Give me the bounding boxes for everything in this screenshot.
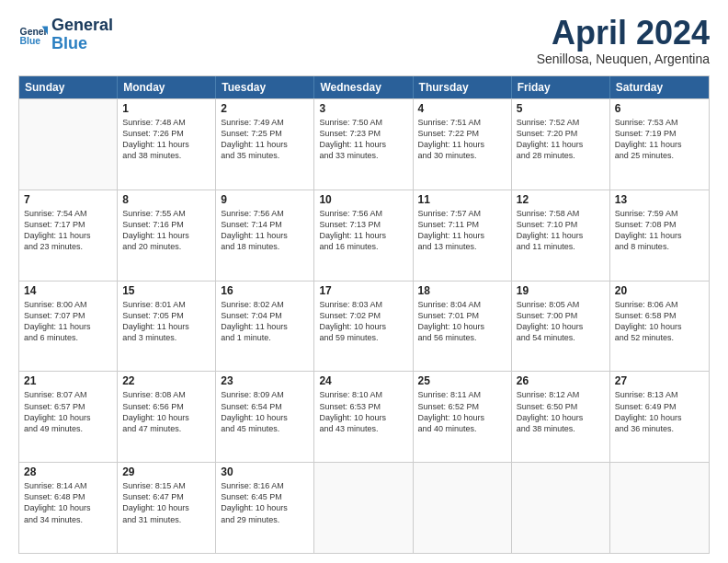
day-info: Sunrise: 8:01 AMSunset: 7:05 PMDaylight:… [122,299,210,344]
day-number: 14 [24,284,112,297]
day-number: 1 [122,102,210,115]
cal-cell-4-4 [414,463,512,553]
day-number: 28 [24,465,112,478]
day-info: Sunrise: 8:08 AMSunset: 6:56 PMDaylight:… [122,389,210,434]
day-number: 29 [122,465,210,478]
day-number: 19 [517,284,605,297]
day-number: 18 [418,284,506,297]
day-number: 25 [418,374,506,387]
cal-cell-1-4: 11Sunrise: 7:57 AMSunset: 7:11 PMDayligh… [414,190,512,281]
day-info: Sunrise: 7:59 AMSunset: 7:08 PMDaylight:… [615,208,704,253]
day-info: Sunrise: 7:52 AMSunset: 7:20 PMDaylight:… [517,117,605,162]
cal-cell-3-6: 27Sunrise: 8:13 AMSunset: 6:49 PMDayligh… [610,372,709,462]
day-number: 27 [615,374,704,387]
day-number: 16 [221,284,309,297]
day-info: Sunrise: 7:56 AMSunset: 7:14 PMDaylight:… [221,208,309,253]
day-info: Sunrise: 7:48 AMSunset: 7:26 PMDaylight:… [122,117,210,162]
day-info: Sunrise: 7:49 AMSunset: 7:25 PMDaylight:… [221,117,309,162]
cal-cell-3-4: 25Sunrise: 8:11 AMSunset: 6:52 PMDayligh… [414,372,512,462]
title-area: April 2024 Senillosa, Neuquen, Argentina [537,17,710,66]
day-info: Sunrise: 8:09 AMSunset: 6:54 PMDaylight:… [221,389,309,434]
logo: General Blue General Blue [18,17,113,53]
cal-cell-0-1: 1Sunrise: 7:48 AMSunset: 7:26 PMDaylight… [118,99,216,190]
cal-cell-3-0: 21Sunrise: 8:07 AMSunset: 6:57 PMDayligh… [19,372,118,462]
cal-cell-1-2: 9Sunrise: 7:56 AMSunset: 7:14 PMDaylight… [216,190,314,281]
day-number: 8 [122,193,210,206]
cal-cell-0-6: 6Sunrise: 7:53 AMSunset: 7:19 PMDaylight… [610,99,709,190]
cal-cell-3-2: 23Sunrise: 8:09 AMSunset: 6:54 PMDayligh… [216,372,314,462]
cal-cell-0-4: 4Sunrise: 7:51 AMSunset: 7:22 PMDaylight… [414,99,512,190]
day-info: Sunrise: 7:56 AMSunset: 7:13 PMDaylight:… [319,208,407,253]
header-day-sunday: Sunday [19,76,118,98]
svg-text:Blue: Blue [20,36,41,46]
day-number: 21 [24,374,112,387]
month-title: April 2024 [537,17,710,50]
header-day-tuesday: Tuesday [216,76,314,98]
day-info: Sunrise: 8:15 AMSunset: 6:47 PMDaylight:… [122,480,210,525]
header-day-thursday: Thursday [414,76,512,98]
page: General Blue General Blue April 2024 Sen… [0,0,728,563]
day-info: Sunrise: 8:11 AMSunset: 6:52 PMDaylight:… [418,389,506,434]
day-number: 5 [517,102,605,115]
cal-cell-4-5 [512,463,610,553]
day-info: Sunrise: 8:06 AMSunset: 6:58 PMDaylight:… [615,299,704,344]
cal-cell-0-3: 3Sunrise: 7:50 AMSunset: 7:23 PMDaylight… [314,99,413,190]
subtitle: Senillosa, Neuquen, Argentina [537,52,710,66]
cal-cell-0-5: 5Sunrise: 7:52 AMSunset: 7:20 PMDaylight… [512,99,610,190]
logo-icon: General Blue [18,20,48,50]
week-row-1: 7Sunrise: 7:54 AMSunset: 7:17 PMDaylight… [19,190,709,281]
day-info: Sunrise: 8:10 AMSunset: 6:53 PMDaylight:… [319,389,407,434]
header-day-friday: Friday [512,76,610,98]
header: General Blue General Blue April 2024 Sen… [18,17,710,66]
day-number: 15 [122,284,210,297]
cal-cell-4-1: 29Sunrise: 8:15 AMSunset: 6:47 PMDayligh… [118,463,216,553]
calendar: SundayMondayTuesdayWednesdayThursdayFrid… [18,75,710,554]
week-row-2: 14Sunrise: 8:00 AMSunset: 7:07 PMDayligh… [19,281,709,372]
day-info: Sunrise: 8:07 AMSunset: 6:57 PMDaylight:… [24,389,112,434]
day-number: 24 [319,374,407,387]
header-day-monday: Monday [118,76,216,98]
day-info: Sunrise: 8:00 AMSunset: 7:07 PMDaylight:… [24,299,112,344]
cal-cell-2-3: 17Sunrise: 8:03 AMSunset: 7:02 PMDayligh… [314,282,413,372]
day-number: 4 [418,102,506,115]
cal-cell-2-5: 19Sunrise: 8:05 AMSunset: 7:00 PMDayligh… [512,282,610,372]
day-number: 11 [418,193,506,206]
cal-cell-2-2: 16Sunrise: 8:02 AMSunset: 7:04 PMDayligh… [216,282,314,372]
day-info: Sunrise: 7:54 AMSunset: 7:17 PMDaylight:… [24,208,112,253]
day-number: 10 [319,193,407,206]
day-info: Sunrise: 8:16 AMSunset: 6:45 PMDaylight:… [221,480,309,525]
cal-cell-1-5: 12Sunrise: 7:58 AMSunset: 7:10 PMDayligh… [512,190,610,281]
cal-cell-4-3 [314,463,413,553]
week-row-0: 1Sunrise: 7:48 AMSunset: 7:26 PMDaylight… [19,98,709,190]
day-number: 6 [615,102,704,115]
day-info: Sunrise: 8:03 AMSunset: 7:02 PMDaylight:… [319,299,407,344]
week-row-3: 21Sunrise: 8:07 AMSunset: 6:57 PMDayligh… [19,371,709,462]
day-info: Sunrise: 8:02 AMSunset: 7:04 PMDaylight:… [221,299,309,344]
cal-cell-1-6: 13Sunrise: 7:59 AMSunset: 7:08 PMDayligh… [610,190,709,281]
cal-cell-4-0: 28Sunrise: 8:14 AMSunset: 6:48 PMDayligh… [19,463,118,553]
day-number: 20 [615,284,704,297]
day-number: 17 [319,284,407,297]
cal-cell-0-0 [19,99,118,190]
day-info: Sunrise: 7:51 AMSunset: 7:22 PMDaylight:… [418,117,506,162]
cal-cell-0-2: 2Sunrise: 7:49 AMSunset: 7:25 PMDaylight… [216,99,314,190]
day-number: 30 [221,465,309,478]
day-info: Sunrise: 7:55 AMSunset: 7:16 PMDaylight:… [122,208,210,253]
day-number: 12 [517,193,605,206]
day-number: 2 [221,102,309,115]
day-info: Sunrise: 7:57 AMSunset: 7:11 PMDaylight:… [418,208,506,253]
day-info: Sunrise: 8:14 AMSunset: 6:48 PMDaylight:… [24,480,112,525]
logo-text: General Blue [51,17,113,53]
day-number: 23 [221,374,309,387]
day-info: Sunrise: 8:12 AMSunset: 6:50 PMDaylight:… [517,389,605,434]
day-number: 13 [615,193,704,206]
cal-cell-4-2: 30Sunrise: 8:16 AMSunset: 6:45 PMDayligh… [216,463,314,553]
cal-cell-2-0: 14Sunrise: 8:00 AMSunset: 7:07 PMDayligh… [19,282,118,372]
header-day-wednesday: Wednesday [314,76,413,98]
cal-cell-2-6: 20Sunrise: 8:06 AMSunset: 6:58 PMDayligh… [610,282,709,372]
day-info: Sunrise: 8:13 AMSunset: 6:49 PMDaylight:… [615,389,704,434]
cal-cell-3-3: 24Sunrise: 8:10 AMSunset: 6:53 PMDayligh… [314,372,413,462]
cal-cell-2-1: 15Sunrise: 8:01 AMSunset: 7:05 PMDayligh… [118,282,216,372]
day-info: Sunrise: 7:50 AMSunset: 7:23 PMDaylight:… [319,117,407,162]
day-number: 7 [24,193,112,206]
